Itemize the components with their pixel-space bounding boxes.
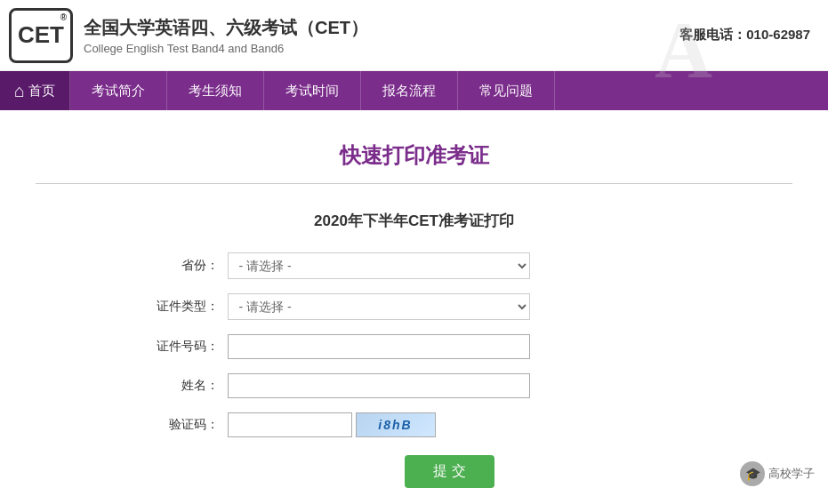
nav-register[interactable]: 报名流程 <box>361 71 458 110</box>
cet-logo: CET <box>9 8 73 63</box>
cert-no-control <box>228 334 530 359</box>
header-text-block: 全国大学英语四、六级考试（CET） College English Test B… <box>84 16 368 55</box>
cert-type-row: 证件类型： - 请选择 - <box>157 293 672 320</box>
cert-no-label: 证件号码： <box>157 339 228 355</box>
captcha-control: i8hB <box>228 412 530 437</box>
name-row: 姓名： <box>157 373 672 398</box>
service-phone: 客服电话：010-62987 <box>679 27 810 44</box>
province-control: - 请选择 - <box>228 252 530 279</box>
header-title-cn: 全国大学英语四、六级考试（CET） <box>84 16 368 40</box>
watermark-icon: 🎓 <box>740 461 765 486</box>
nav-schedule[interactable]: 考试时间 <box>264 71 361 110</box>
name-label: 姓名： <box>157 378 228 394</box>
cert-type-label: 证件类型： <box>157 299 228 315</box>
captcha-label: 验证码： <box>157 417 228 433</box>
watermark: 🎓 高校学子 <box>740 461 815 486</box>
submit-button[interactable]: 提 交 <box>405 455 494 488</box>
header-left: CET 全国大学英语四、六级考试（CET） College English Te… <box>9 8 368 63</box>
nav-faq[interactable]: 常见问题 <box>458 71 555 110</box>
form-section: 2020年下半年CET准考证打印 省份： - 请选择 - 证件类型： - 请选择… <box>157 211 672 504</box>
name-input[interactable] <box>228 373 530 398</box>
cert-type-control: - 请选择 - <box>228 293 530 320</box>
captcha-input[interactable] <box>228 412 352 437</box>
name-control <box>228 373 530 398</box>
form-subtitle: 2020年下半年CET准考证打印 <box>157 211 672 231</box>
nav-notice[interactable]: 考生须知 <box>167 71 264 110</box>
captcha-image[interactable]: i8hB <box>356 412 436 437</box>
captcha-row: 验证码： i8hB <box>157 412 672 437</box>
province-row: 省份： - 请选择 - <box>157 252 672 279</box>
main-content: 快速打印准考证 2020年下半年CET准考证打印 省份： - 请选择 - 证件类… <box>0 110 828 504</box>
header-title-en: College English Test Band4 and Band6 <box>84 42 368 55</box>
page-title: 快速打印准考证 <box>36 128 792 184</box>
cert-type-select[interactable]: - 请选择 - <box>228 293 530 320</box>
province-select[interactable]: - 请选择 - <box>228 252 530 279</box>
watermark-label: 高校学子 <box>768 466 815 482</box>
service-label: 客服电话： <box>679 27 746 42</box>
submit-row: 提 交 <box>157 455 672 488</box>
cert-no-row: 证件号码： <box>157 334 672 359</box>
province-label: 省份： <box>157 258 228 274</box>
captcha-display: i8hB <box>357 413 435 436</box>
nav-home[interactable]: ⌂ 首页 <box>0 71 70 110</box>
nav-intro[interactable]: 考试简介 <box>70 71 167 110</box>
main-nav: ⌂ 首页 考试简介 考生须知 考试时间 报名流程 常见问题 <box>0 71 828 110</box>
cert-no-input[interactable] <box>228 334 530 359</box>
captcha-inline: i8hB <box>228 412 530 437</box>
home-icon: ⌂ <box>14 81 25 101</box>
nav-home-label: 首页 <box>28 83 55 100</box>
phone-number: 010-62987 <box>746 27 810 42</box>
header: CET 全国大学英语四、六级考试（CET） College English Te… <box>0 0 828 71</box>
